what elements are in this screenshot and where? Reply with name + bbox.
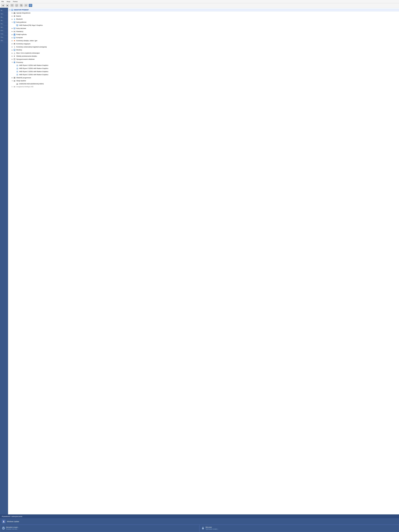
svg-rect-94	[17, 74, 18, 75]
sidebar-item-str[interactable]: Str...	[0, 9, 8, 12]
svg-line-10	[26, 5, 26, 6]
tree-node-karty-graficzne[interactable]: ▼ Karty graficzne	[8, 21, 399, 24]
tree-node-mysz[interactable]: ▶ Mysz i inne urządzenia wskazujące	[8, 51, 399, 55]
tree-node-aparaty[interactable]: ▶ Aparaty fotograficzne	[8, 12, 399, 15]
svg-rect-109	[3, 529, 4, 529]
baterie-label: Baterie	[16, 15, 21, 17]
network-icon	[13, 27, 16, 30]
tree-node-cpu4[interactable]: AMD Ryzen 3 3250U with Radeon Graphics	[8, 73, 399, 76]
skladniki-expander: ▶	[11, 77, 13, 79]
sidebar-item-per[interactable]: Per...	[0, 22, 8, 25]
sidebar-item-kon[interactable]: Kon...	[0, 29, 8, 32]
stacje-label: Stacje dysków	[16, 80, 26, 82]
procesory-label: Procesory	[16, 61, 23, 64]
tree-node-hid[interactable]: ▶ Urządzenia interfejsu HID	[8, 85, 399, 88]
tree-node-kontrolery-dzwieku[interactable]: ▶ Kontrolery dźwięku, wideo i gier	[8, 39, 399, 42]
printer-icon	[2, 527, 5, 530]
tree-node-baterie[interactable]: ▶ Baterie	[8, 15, 399, 18]
tile-bitlocker[interactable]: BitLocker Szyfrowanie urządze...	[200, 525, 399, 532]
menu-akcja[interactable]: Akcja	[6, 0, 11, 3]
amd-radeon-label: AMD Radeon(TM) Vega 3 Graphics	[19, 24, 43, 27]
root-label: DESKTOP-PTEBSNT	[14, 9, 29, 11]
svg-rect-2	[16, 5, 18, 6]
tree-node-samsung[interactable]: SAMSUNG MZVLB256HAHQ-000H1	[8, 82, 399, 85]
toolbar-btn-4[interactable]	[15, 4, 19, 7]
tree-node-monitory[interactable]: ▶ Monitory	[8, 48, 399, 51]
svg-point-102	[18, 84, 18, 84]
menu-plik[interactable]: Plik	[1, 0, 4, 3]
svg-rect-11	[30, 5, 31, 6]
tree-node-bluetooth[interactable]: ▶ Bluetooth	[8, 18, 399, 21]
cpu1-icon	[16, 64, 19, 67]
tree-node-procesory[interactable]: ▼ Procesory	[8, 61, 399, 64]
menedzer-text: Menedżer urządz... Drukarka i inne ster.…	[6, 526, 19, 530]
svg-marker-51	[14, 40, 15, 41]
svg-rect-16	[11, 9, 13, 10]
monitory-expander: ▶	[11, 49, 13, 51]
svg-rect-28	[14, 23, 15, 23]
toolbar-btn-3[interactable]	[10, 4, 14, 7]
tree-node-obiekty[interactable]: ▶ Obiekty przetwarzania dźwięku	[8, 55, 399, 58]
bottom-tiles: Menedżer urządz... Drukarka i inne ster.…	[0, 525, 399, 532]
sidebar-item-blu[interactable]: Blu...	[0, 16, 8, 19]
device-manager-button[interactable]	[29, 4, 32, 7]
svg-rect-35	[14, 28, 15, 29]
monitor-icon	[13, 37, 16, 39]
karty-sieciowe-expander: ▶	[11, 27, 13, 29]
tree-node-klawiatury[interactable]: ▶ Klawiatury	[8, 30, 399, 33]
bluetooth-icon	[13, 18, 16, 20]
back-button[interactable]: ◀	[1, 4, 5, 7]
tree-node-skladniki[interactable]: ▶ Składniki programowe	[8, 76, 399, 79]
obiekty-label: Obiekty przetwarzania dźwięku	[16, 55, 37, 57]
svg-point-60	[14, 48, 15, 48]
tree-node-kolejki[interactable]: ▶ Kolejki wydruku	[8, 33, 399, 36]
karty-graficzne-label: Karty graficzne	[16, 21, 26, 24]
hid-icon	[13, 86, 16, 88]
svg-rect-92	[17, 71, 18, 72]
klawiatury-label: Klawiatury	[16, 30, 23, 33]
svg-rect-29	[14, 22, 15, 23]
bitlocker-subtitle: Szyfrowanie urządze...	[206, 528, 218, 530]
svg-point-67	[14, 53, 15, 53]
tree-node-cpu2[interactable]: AMD Ryzen 3 3250U with Radeon Graphics	[8, 67, 399, 70]
sidebar-item-apl[interactable]: Apl...	[0, 25, 8, 29]
device-tree: ▼ DESKTOP-PTEBSNT ▶ Aparaty fotograficzn…	[8, 8, 399, 514]
tree-node-komputer[interactable]: ▶ Komputer	[8, 36, 399, 39]
drive-group-icon	[13, 80, 16, 82]
tree-root[interactable]: ▼ DESKTOP-PTEBSNT	[8, 8, 399, 12]
karty-sieciowe-label: Karty sieciowe	[16, 27, 26, 30]
svg-point-54	[14, 44, 15, 45]
hid-label: Urządzenia interfejsu HID	[16, 86, 33, 88]
cpu3-icon	[16, 70, 19, 73]
forward-button[interactable]: ▶	[6, 4, 9, 7]
tree-node-amd-radeon[interactable]: AMD Radeon(TM) Vega 3 Graphics	[8, 24, 399, 27]
svg-rect-43	[14, 34, 15, 34]
toolbar-btn-6[interactable]	[24, 4, 28, 7]
tree-node-kontrolery-usb[interactable]: ▶ Kontrolery uniwersalnej magistrali sze…	[8, 45, 399, 49]
tile-menedzer[interactable]: Menedżer urządz... Drukarka i inne ster.…	[0, 525, 200, 532]
tree-node-oprogramowanie[interactable]: ▶ Oprogramowanie układowe	[8, 58, 399, 61]
svg-line-26	[14, 19, 14, 19]
mysz-label: Mysz i inne urządzenia wskazujące	[16, 52, 40, 54]
sidebar-item-cza[interactable]: Cza...	[0, 32, 8, 36]
sidebar-item-sys[interactable]: Sys...	[0, 12, 8, 16]
svg-point-19	[14, 13, 15, 13]
sidebar-item-sie[interactable]: Sie...	[0, 19, 8, 22]
tree-node-stacje[interactable]: ▼ Stacje dysków	[8, 79, 399, 82]
sidebar-item-gra[interactable]: Gra...	[0, 36, 8, 39]
cpu2-label: AMD Ryzen 3 3250U with Radeon Graphics	[19, 67, 48, 70]
svg-rect-47	[14, 35, 15, 35]
kontrolery-usb-label: Kontrolery uniwersalnej magistrali szere…	[16, 46, 47, 48]
tree-node-cpu1[interactable]: AMD Ryzen 3 3250U with Radeon Graphics	[8, 64, 399, 67]
toolbar: ◀ ▶	[0, 3, 399, 8]
svg-rect-39	[14, 31, 14, 32]
menu-pomoc[interactable]: Pomoc	[13, 0, 18, 3]
svg-rect-90	[17, 68, 18, 69]
windows-update-label[interactable]: Windows Update	[7, 521, 19, 522]
tree-node-kontrolery-magazynu[interactable]: ▶ Kontrolery magazynu	[8, 42, 399, 45]
sidebar-item-ula[interactable]: Ula...	[0, 39, 8, 42]
kontrolery-magazynu-label: Kontrolery magazynu	[16, 43, 31, 45]
tree-node-karty-sieciowe[interactable]: ▶ Karty sieciowe	[8, 27, 399, 30]
toolbar-btn-5[interactable]	[19, 4, 23, 7]
tree-node-cpu3[interactable]: AMD Ryzen 3 3250U with Radeon Graphics	[8, 70, 399, 73]
